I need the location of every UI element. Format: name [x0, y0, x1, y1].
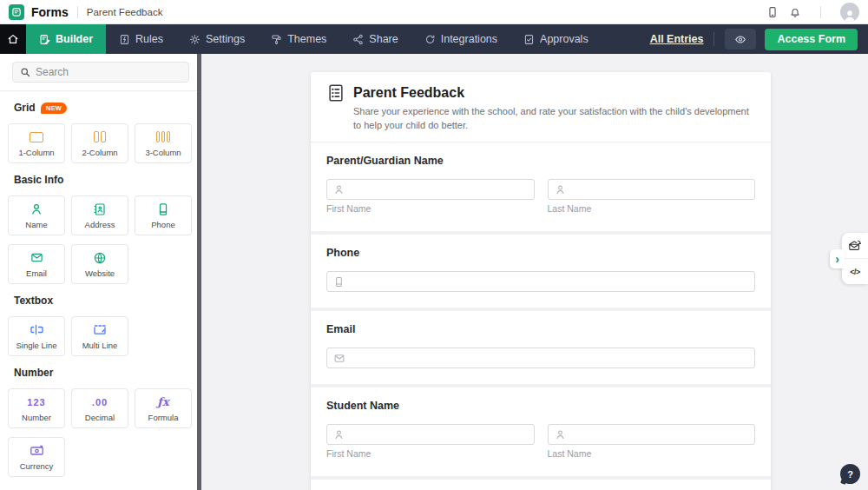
element-search[interactable]	[12, 62, 189, 83]
tab-approvals[interactable]: Approvals	[510, 24, 602, 54]
tab-builder[interactable]: Builder	[26, 24, 106, 54]
app-logo[interactable]: Forms	[0, 4, 69, 20]
form-header[interactable]: Parent Feedback Share your experience wi…	[311, 72, 771, 142]
tab-label: Share	[369, 33, 398, 45]
form-description: Share your experience with the school, a…	[353, 105, 755, 133]
decimal-icon: .00	[92, 395, 108, 409]
person-icon	[555, 429, 566, 440]
header-divider	[820, 6, 821, 18]
element-name[interactable]: Name	[8, 195, 65, 235]
tab-integrations[interactable]: Integrations	[411, 24, 510, 54]
element-1-column[interactable]: 1-Column	[8, 123, 65, 163]
sublabel-first-name: First Name	[326, 203, 535, 214]
element-email[interactable]: Email	[8, 244, 65, 284]
person-icon	[333, 429, 345, 440]
phone-icon	[333, 276, 345, 288]
field-parent-name[interactable]: Parent/Guardian Name First Name Last Nam…	[311, 142, 771, 231]
formula-fx-icon: ƒx	[157, 395, 168, 409]
element-address[interactable]: Address	[71, 195, 128, 235]
new-badge: NEW	[41, 103, 67, 114]
code-icon: </>	[850, 268, 860, 276]
three-column-icon	[156, 130, 170, 144]
search-icon	[20, 67, 30, 77]
user-avatar[interactable]	[840, 3, 859, 22]
section-title-grid: Grid	[14, 102, 36, 114]
elements-sidebar: Grid NEW 1-Column 2-Column 3-Column	[0, 54, 201, 490]
sidebar-scrollbar[interactable]	[197, 54, 201, 490]
tab-label: Settings	[206, 33, 245, 45]
header-divider	[77, 6, 78, 18]
section-title-textbox: Textbox	[14, 295, 53, 307]
element-formula[interactable]: ƒx Formula	[135, 388, 192, 428]
question-mark-icon: ?	[847, 469, 853, 480]
chevron-right-icon: ›	[835, 252, 839, 266]
brand-name: Forms	[31, 5, 69, 19]
field-phone[interactable]: Phone	[311, 235, 771, 308]
form-document-icon	[326, 83, 345, 103]
current-form-title: Parent Feedback	[87, 7, 163, 17]
home-button[interactable]	[0, 24, 26, 54]
tab-label: Rules	[135, 33, 163, 45]
builder-navbar: Builder Rules Settings Themes Share Inte…	[0, 24, 868, 54]
form-preview-card: Parent Feedback Share your experience wi…	[311, 72, 771, 490]
tab-settings[interactable]: Settings	[176, 24, 258, 54]
multi-line-icon	[93, 323, 107, 337]
right-tools-drawer: </>	[842, 233, 868, 284]
element-3-column[interactable]: 3-Column	[135, 123, 192, 163]
form-canvas: Parent Feedback Share your experience wi…	[202, 54, 868, 490]
form-title: Parent Feedback	[353, 85, 464, 101]
help-button[interactable]: ?	[840, 464, 860, 484]
one-column-icon	[30, 130, 43, 144]
field-student-name[interactable]: Student Name First Name Last Name	[311, 387, 771, 476]
number-123-icon: 123	[27, 395, 45, 409]
first-name-input[interactable]	[327, 180, 534, 199]
section-title-number: Number	[14, 367, 53, 379]
access-form-button[interactable]: Access Form	[765, 29, 858, 50]
source-code-button[interactable]: </>	[842, 258, 868, 284]
phone-input[interactable]	[327, 272, 754, 291]
nav-divider	[713, 32, 714, 46]
email-notification-button[interactable]	[842, 233, 868, 258]
tab-label: Themes	[287, 33, 326, 45]
tab-label: Approvals	[540, 33, 589, 45]
last-name-input[interactable]	[549, 180, 755, 199]
person-icon	[333, 184, 345, 195]
mobile-app-icon[interactable]	[766, 6, 779, 18]
all-entries-link[interactable]: All Entries	[650, 33, 704, 45]
element-number[interactable]: 123 Number	[8, 388, 65, 428]
element-phone[interactable]: Phone	[135, 195, 192, 235]
sublabel-first-name: First Name	[326, 448, 535, 459]
person-icon	[30, 202, 43, 216]
drawer-expand-tab[interactable]: ›	[830, 249, 845, 268]
forms-logo-icon	[9, 4, 24, 20]
field-email[interactable]: Email	[311, 311, 771, 384]
two-column-icon	[94, 130, 106, 144]
notifications-bell-icon[interactable]	[789, 6, 801, 18]
element-single-line[interactable]: Single Line	[8, 316, 65, 356]
tab-themes[interactable]: Themes	[258, 24, 339, 54]
student-first-name-input[interactable]	[327, 425, 534, 444]
tab-label: Integrations	[441, 33, 497, 45]
phone-icon	[156, 202, 170, 216]
student-last-name-input[interactable]	[549, 425, 755, 444]
sublabel-last-name: Last Name	[548, 203, 756, 214]
element-website[interactable]: Website	[71, 244, 128, 284]
envelope-icon	[333, 353, 345, 364]
preview-eye-button[interactable]	[725, 29, 756, 50]
element-currency[interactable]: Currency	[8, 437, 65, 477]
single-line-icon	[30, 323, 44, 337]
top-header: Forms Parent Feedback	[0, 0, 868, 24]
email-input[interactable]	[327, 348, 754, 368]
currency-banknote-icon	[30, 444, 44, 458]
tab-share[interactable]: Share	[339, 24, 411, 54]
field-satisfaction[interactable]: How satisfied are you with your child's …	[311, 480, 771, 490]
address-book-icon	[93, 202, 107, 216]
element-decimal[interactable]: .00 Decimal	[71, 388, 128, 428]
search-input[interactable]	[36, 66, 166, 78]
element-multi-line[interactable]: Multi Line	[71, 316, 128, 356]
envelope-icon	[30, 251, 44, 265]
tab-rules[interactable]: Rules	[106, 24, 176, 54]
notification-email-icon	[848, 239, 862, 252]
element-2-column[interactable]: 2-Column	[71, 123, 128, 163]
tab-label: Builder	[56, 33, 93, 45]
